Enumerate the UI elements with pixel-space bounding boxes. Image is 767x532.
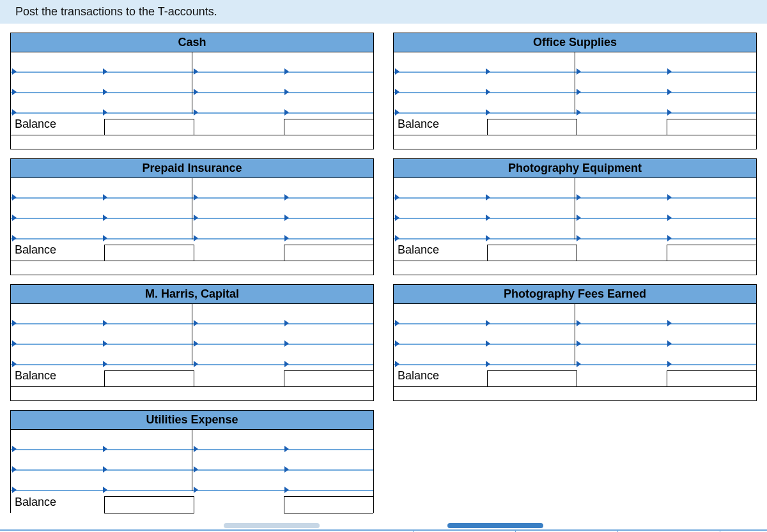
credit-amount-cell[interactable] — [283, 199, 374, 219]
credit-amount-cell[interactable] — [283, 219, 374, 239]
credit-date-cell[interactable] — [192, 73, 283, 93]
debit-date-cell[interactable] — [11, 219, 102, 239]
debit-balance-input[interactable] — [104, 245, 195, 261]
debit-amount-cell[interactable] — [484, 345, 575, 365]
credit-date-cell[interactable] — [192, 52, 283, 73]
debit-date-cell[interactable] — [11, 324, 102, 345]
credit-date-cell[interactable] — [192, 430, 283, 450]
credit-balance-input[interactable] — [284, 119, 374, 135]
credit-amount-cell[interactable] — [666, 304, 757, 324]
debit-amount-cell[interactable] — [484, 219, 575, 239]
credit-amount-cell[interactable] — [666, 324, 757, 345]
credit-amount-cell[interactable] — [666, 345, 757, 365]
debit-amount-cell[interactable] — [102, 450, 192, 471]
debit-date-cell[interactable] — [394, 304, 484, 324]
credit-balance-input[interactable] — [284, 370, 374, 387]
credit-amount-cell[interactable] — [283, 450, 374, 471]
credit-date-cell[interactable] — [192, 199, 283, 219]
credit-date-cell[interactable] — [575, 52, 666, 73]
debit-balance-input[interactable] — [487, 370, 578, 387]
credit-date-cell[interactable] — [192, 93, 283, 114]
debit-amount-cell[interactable] — [102, 52, 192, 73]
credit-amount-cell[interactable] — [666, 219, 757, 239]
debit-date-cell[interactable] — [394, 345, 484, 365]
credit-date-cell[interactable] — [575, 199, 666, 219]
debit-balance-input[interactable] — [104, 370, 195, 387]
debit-date-cell[interactable] — [11, 52, 102, 73]
debit-balance-input[interactable] — [104, 496, 195, 513]
debit-amount-cell[interactable] — [102, 430, 192, 450]
credit-amount-cell[interactable] — [666, 52, 757, 73]
debit-date-cell[interactable] — [394, 93, 484, 114]
credit-date-cell[interactable] — [575, 219, 666, 239]
credit-date-cell[interactable] — [192, 324, 283, 345]
debit-date-cell[interactable] — [11, 450, 102, 471]
debit-amount-cell[interactable] — [102, 471, 192, 491]
credit-amount-cell[interactable] — [666, 199, 757, 219]
credit-date-cell[interactable] — [575, 73, 666, 93]
credit-amount-cell[interactable] — [283, 430, 374, 450]
credit-balance-input[interactable] — [667, 245, 757, 261]
debit-date-cell[interactable] — [11, 430, 102, 450]
debit-amount-cell[interactable] — [484, 304, 575, 324]
debit-date-cell[interactable] — [11, 304, 102, 324]
debit-amount-cell[interactable] — [484, 199, 575, 219]
credit-date-cell[interactable] — [192, 304, 283, 324]
credit-date-cell[interactable] — [575, 93, 666, 114]
credit-balance-input[interactable] — [667, 119, 757, 135]
credit-amount-cell[interactable] — [283, 93, 374, 114]
credit-amount-cell[interactable] — [283, 52, 374, 73]
debit-date-cell[interactable] — [394, 219, 484, 239]
credit-date-cell[interactable] — [192, 471, 283, 491]
debit-amount-cell[interactable] — [102, 345, 192, 365]
credit-date-cell[interactable] — [575, 345, 666, 365]
scrollbar-right[interactable] — [447, 523, 543, 528]
debit-amount-cell[interactable] — [102, 93, 192, 114]
debit-amount-cell[interactable] — [102, 304, 192, 324]
debit-date-cell[interactable] — [394, 324, 484, 345]
credit-amount-cell[interactable] — [283, 304, 374, 324]
debit-amount-cell[interactable] — [484, 73, 575, 93]
credit-date-cell[interactable] — [575, 324, 666, 345]
credit-date-cell[interactable] — [575, 178, 666, 199]
debit-date-cell[interactable] — [11, 73, 102, 93]
debit-amount-cell[interactable] — [484, 52, 575, 73]
debit-balance-input[interactable] — [104, 119, 195, 135]
debit-amount-cell[interactable] — [484, 178, 575, 199]
debit-balance-input[interactable] — [487, 119, 578, 135]
debit-amount-cell[interactable] — [484, 93, 575, 114]
debit-date-cell[interactable] — [394, 52, 484, 73]
debit-date-cell[interactable] — [11, 471, 102, 491]
credit-balance-input[interactable] — [284, 245, 374, 261]
debit-amount-cell[interactable] — [102, 324, 192, 345]
debit-date-cell[interactable] — [394, 199, 484, 219]
debit-date-cell[interactable] — [394, 178, 484, 199]
credit-balance-input[interactable] — [667, 370, 757, 387]
debit-date-cell[interactable] — [394, 73, 484, 93]
credit-amount-cell[interactable] — [283, 324, 374, 345]
debit-date-cell[interactable] — [11, 93, 102, 114]
debit-amount-cell[interactable] — [102, 219, 192, 239]
debit-date-cell[interactable] — [11, 178, 102, 199]
credit-amount-cell[interactable] — [666, 93, 757, 114]
credit-date-cell[interactable] — [192, 219, 283, 239]
credit-date-cell[interactable] — [192, 450, 283, 471]
credit-date-cell[interactable] — [575, 304, 666, 324]
debit-date-cell[interactable] — [11, 345, 102, 365]
credit-amount-cell[interactable] — [666, 178, 757, 199]
credit-date-cell[interactable] — [192, 345, 283, 365]
debit-amount-cell[interactable] — [102, 199, 192, 219]
credit-amount-cell[interactable] — [283, 178, 374, 199]
debit-balance-input[interactable] — [487, 245, 578, 261]
scrollbar-left[interactable] — [224, 523, 320, 528]
debit-amount-cell[interactable] — [484, 324, 575, 345]
credit-date-cell[interactable] — [192, 178, 283, 199]
debit-amount-cell[interactable] — [102, 73, 192, 93]
credit-amount-cell[interactable] — [283, 471, 374, 491]
credit-amount-cell[interactable] — [666, 73, 757, 93]
debit-amount-cell[interactable] — [102, 178, 192, 199]
debit-date-cell[interactable] — [11, 199, 102, 219]
credit-amount-cell[interactable] — [283, 345, 374, 365]
credit-balance-input[interactable] — [284, 496, 374, 513]
credit-amount-cell[interactable] — [283, 73, 374, 93]
